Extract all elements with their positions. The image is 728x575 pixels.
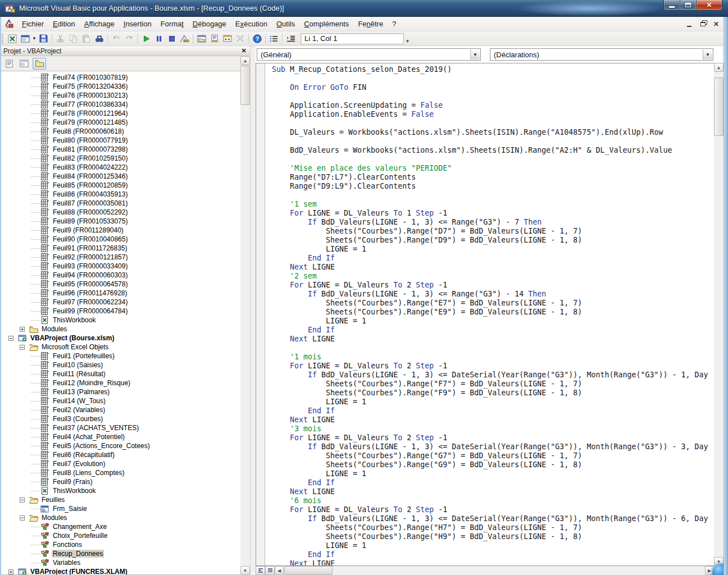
tree-item-feuil91-fr0011726835[interactable]: Feuil91 (FR0011726835): [1, 244, 240, 253]
expand-icon[interactable]: +: [8, 569, 13, 574]
tree-item-feuil95-fr0000064578[interactable]: Feuil95 (FR0000064578): [1, 280, 240, 289]
tree-item-changement-axe[interactable]: Changement_Axe: [1, 522, 240, 531]
tree-item-feuil85-fr0000120859[interactable]: Feuil85 (FR0000120859): [1, 181, 240, 190]
tree-scroll-thumb[interactable]: [240, 66, 250, 105]
tree-item-feuil1-portefeuilles[interactable]: Feuil1 (Portefeuilles): [1, 352, 240, 360]
tree-item-feuil89-fr0010533075[interactable]: Feuil89 (FR0010533075): [1, 217, 240, 226]
tree-item-feuil11-r-sultat[interactable]: Feuil11 (Résultat): [1, 369, 240, 378]
menu-fichier[interactable]: Fichier: [17, 17, 48, 30]
tree-item-feuil86-fr0004035913[interactable]: Feuil86 (FR0004035913): [1, 190, 240, 199]
tree-item-feuil96-fr0011476928[interactable]: Feuil96 (FR0011476928): [1, 289, 240, 298]
collapse-icon[interactable]: −: [20, 498, 25, 503]
tree-item-modules[interactable]: −Modules: [1, 513, 240, 522]
code-scroll-up-icon[interactable]: ▲: [714, 63, 724, 72]
tree-item-feuil99-fr0000064784[interactable]: Feuil99 (FR0000064784): [1, 307, 240, 316]
tree-item-feuil83-fr0004024222[interactable]: Feuil83 (FR0004024222): [1, 163, 240, 172]
tree-item-feuil74-fr0010307819[interactable]: Feuil74 (FR0010307819): [1, 73, 240, 82]
tree-item-feuil14-w-tous[interactable]: Feuil14 (W_Tous): [1, 396, 240, 405]
tree-item-vbaproject-bourse-xlsm[interactable]: −VBAProject (Bourse.xlsm): [1, 334, 240, 343]
menu-complments[interactable]: Compléments: [299, 17, 353, 30]
tree-item-feuil9-frais[interactable]: Feuil9 (Frais): [1, 477, 240, 486]
tree-item-feuil84-fr0000125346[interactable]: Feuil84 (FR0000125346): [1, 172, 240, 181]
view-object-icon[interactable]: [17, 58, 31, 70]
tree-item-feuil9-fr0011289040[interactable]: Feuil9 (FR0011289040): [1, 226, 240, 235]
view-code-icon[interactable]: [2, 58, 16, 70]
design-mode-button[interactable]: [178, 33, 191, 45]
help-button[interactable]: ?: [251, 33, 263, 45]
tree-item-feuilles[interactable]: −Feuilles: [1, 495, 240, 504]
indent-button[interactable]: [284, 33, 297, 45]
menu-fentre[interactable]: Fenêtre: [353, 17, 388, 30]
object-dropdown-arrow-icon[interactable]: ▼: [470, 49, 480, 60]
procedure-view-icon[interactable]: [256, 566, 265, 575]
code-scroll-left-icon[interactable]: ◀: [275, 566, 284, 575]
reset-button[interactable]: [165, 33, 178, 45]
menu-?[interactable]: ?: [388, 17, 401, 30]
tree-item-feuil93-fr0000033409[interactable]: Feuil93 (FR0000033409): [1, 262, 240, 271]
tree-item-feuil10-saisies[interactable]: Feuil10 (Saisies): [1, 360, 240, 369]
tree-item-feuil8-liens-comptes[interactable]: Feuil8 (Liens_Comptes): [1, 468, 240, 477]
properties-window-button[interactable]: [208, 33, 221, 45]
tree-item-feuil12-moindre-risque[interactable]: Feuil12 (Moindre_Risque): [1, 378, 240, 387]
tree-item-recup-donnees[interactable]: Recup_Donnees: [1, 549, 240, 558]
project-panel-close-icon[interactable]: ✕: [240, 47, 248, 54]
tree-item-feuil13-palmares[interactable]: Feuil13 (Palmares): [1, 387, 240, 396]
code-scroll-thumb[interactable]: [714, 77, 724, 136]
menu-dbogage[interactable]: Débogage: [188, 17, 231, 30]
tree-item-frm-saisie[interactable]: Frm_Saisie: [1, 504, 240, 513]
tree-item-thisworkbook[interactable]: ThisWorkbook: [1, 316, 240, 325]
insert-dropdown-arrow-icon[interactable]: ▼: [31, 33, 37, 45]
project-panel-header[interactable]: Projet - VBAProject ✕: [0, 46, 250, 56]
tree-item-feuil5-actions-encore-cotees[interactable]: Feuil5 (Actions_Encore_Cotees): [1, 441, 240, 450]
code-hscroll-thumb[interactable]: [284, 566, 333, 575]
tree-item-feuil79-fr0000121485[interactable]: Feuil79 (FR0000121485): [1, 118, 240, 127]
titlebar[interactable]: Microsoft Visual Basic pour Applications…: [0, 0, 728, 17]
margin-indicator-bar[interactable]: [256, 63, 265, 565]
object-dropdown[interactable]: (Général) ▼: [257, 48, 481, 61]
tree-item-feuil97-fr0000062234[interactable]: Feuil97 (FR0000062234): [1, 298, 240, 307]
tree-item-microsoft-excel-objets[interactable]: −Microsoft Excel Objets: [1, 343, 240, 352]
menu-format[interactable]: Format: [156, 17, 188, 30]
full-module-view-icon[interactable]: [265, 566, 275, 575]
tree-item-feuil94-fr0000060303[interactable]: Feuil94 (FR0000060303): [1, 271, 240, 280]
tree-scroll-up-icon[interactable]: ▲: [240, 56, 250, 65]
tree-item-variables[interactable]: Variables: [1, 558, 240, 567]
find-button[interactable]: [93, 33, 106, 45]
view-excel-button[interactable]: [6, 33, 19, 45]
toggle-folders-icon[interactable]: [33, 58, 46, 70]
toolbar-grip[interactable]: [2, 34, 3, 44]
code-editor[interactable]: Sub M_Recup_Cotations_selon_Dates_2019()…: [256, 63, 714, 566]
tree-item-feuil3-courbes[interactable]: Feuil3 (Courbes): [1, 414, 240, 423]
toolbar-overflow-button[interactable]: ▼: [404, 33, 411, 45]
mdi-restore-button[interactable]: [698, 20, 708, 28]
tree-item-choix-portefeuille[interactable]: Choix_Portefeuille: [1, 531, 240, 540]
tree-item-feuil77-fr0010386334[interactable]: Feuil77 (FR0010386334): [1, 100, 240, 109]
tree-item-feuil80-fr0000077919[interactable]: Feuil80 (FR0000077919): [1, 136, 240, 145]
tree-item-feuil4-achat-potentiel[interactable]: Feuil4 (Achat_Potentiel): [1, 432, 240, 441]
tree-item-feuil88-fr0000052292[interactable]: Feuil88 (FR0000052292): [1, 208, 240, 217]
procedure-dropdown[interactable]: (Déclarations) ▼: [490, 48, 713, 61]
collapse-icon[interactable]: −: [20, 345, 25, 350]
object-browser-button[interactable]: [221, 33, 234, 45]
save-button[interactable]: [37, 33, 50, 45]
tree-item-feuil78-fr0000121964[interactable]: Feuil78 (FR0000121964): [1, 109, 240, 118]
maximize-button[interactable]: [680, 0, 696, 11]
tree-item-feuil81-fr0000073298[interactable]: Feuil81 (FR0000073298): [1, 145, 240, 154]
close-button[interactable]: ✕: [696, 0, 722, 11]
tree-item-vbaproject-funcres-xlam[interactable]: +VBAProject (FUNCRES.XLAM): [1, 567, 240, 575]
insert-userform-button[interactable]: [19, 33, 31, 45]
minimize-button[interactable]: [663, 0, 680, 11]
code-horizontal-scrollbar[interactable]: ◀ ▶: [275, 566, 714, 575]
mdi-close-button[interactable]: ✕: [711, 20, 721, 28]
tree-item-modules[interactable]: +Modules: [1, 325, 240, 334]
tree-item-feuil87-fr0000035081[interactable]: Feuil87 (FR0000035081): [1, 199, 240, 208]
list-properties-button[interactable]: [267, 33, 280, 45]
menu-outils[interactable]: Outils: [272, 17, 299, 30]
tree-item-feuil90-fr0010040865[interactable]: Feuil90 (FR0010040865): [1, 235, 240, 244]
collapse-icon[interactable]: −: [8, 336, 13, 341]
project-tree-scrollbar[interactable]: ▲ ▼: [240, 56, 250, 575]
tree-item-feuil8-fr0000060618[interactable]: Feuil8 (FR0000060618): [1, 127, 240, 136]
tree-item-feuil37-achats-ventes[interactable]: Feuil37 (ACHATS_VENTES): [1, 423, 240, 432]
tree-item-feuil82-fr0010259150[interactable]: Feuil82 (FR0010259150): [1, 154, 240, 163]
tree-item-fonctions[interactable]: Fonctions: [1, 540, 240, 549]
